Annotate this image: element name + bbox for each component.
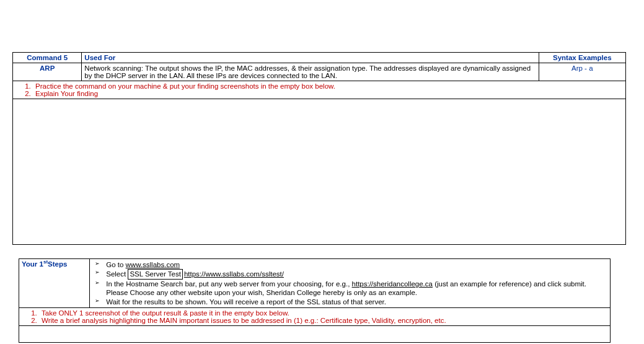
table-row-empty bbox=[19, 325, 611, 342]
link-ssltest[interactable]: https://www.ssllabs.com/ssltest/ bbox=[184, 270, 284, 278]
cell-command-name: ARP bbox=[13, 63, 82, 81]
table-header-row: Command 5 Used For Syntax Examples bbox=[13, 53, 626, 63]
step-item: Go to www.ssllabs.com bbox=[92, 260, 607, 269]
step-item: Wait for the results to be shown. You wi… bbox=[92, 298, 607, 306]
link-sheridan[interactable]: https://sheridancollege.ca bbox=[352, 280, 433, 288]
table-row: Your 1stSteps Go to www.ssllabs.com Sele… bbox=[19, 259, 611, 308]
empty-answer-box[interactable] bbox=[13, 99, 626, 245]
header-command: Command 5 bbox=[13, 53, 82, 63]
empty-answer-box[interactable] bbox=[19, 325, 611, 342]
table-row-instructions: Take ONLY 1 screenshot of the output res… bbox=[19, 307, 611, 325]
instruction-item: Explain Your finding bbox=[33, 90, 623, 97]
step-item: Select SSL Server Testhttps://www.ssllab… bbox=[92, 269, 607, 279]
instruction-list: Take ONLY 1 screenshot of the output res… bbox=[22, 309, 607, 324]
step-item: In the Hostname Search bar, put any web … bbox=[92, 280, 607, 298]
boxed-ssl-server-test: SSL Server Test bbox=[128, 269, 182, 279]
cell-syntax: Arp - a bbox=[539, 63, 625, 81]
header-used-for: Used For bbox=[82, 53, 539, 63]
cell-used-for: Network scanning: The output shows the I… bbox=[82, 63, 539, 81]
table-row: ARP Network scanning: The output shows t… bbox=[13, 63, 626, 81]
instruction-list: Practice the command on your machine & p… bbox=[15, 82, 623, 97]
table-row-empty bbox=[13, 99, 626, 245]
cell-steps-label: Your 1stSteps bbox=[19, 259, 90, 308]
cell-instructions: Practice the command on your machine & p… bbox=[13, 81, 626, 99]
instruction-item: Practice the command on your machine & p… bbox=[33, 82, 623, 90]
instruction-item: Write a brief analysis highlighting the … bbox=[39, 317, 607, 324]
steps-table: Your 1stSteps Go to www.ssllabs.com Sele… bbox=[19, 258, 611, 343]
command-table: Command 5 Used For Syntax Examples ARP N… bbox=[12, 52, 626, 245]
cell-instructions: Take ONLY 1 screenshot of the output res… bbox=[19, 307, 611, 325]
header-syntax: Syntax Examples bbox=[539, 53, 625, 63]
cell-steps-body: Go to www.ssllabs.com Select SSL Server … bbox=[90, 259, 611, 308]
table-row-instructions: Practice the command on your machine & p… bbox=[13, 81, 626, 99]
link-ssllabs[interactable]: www.ssllabs.com bbox=[126, 261, 180, 268]
instruction-item: Take ONLY 1 screenshot of the output res… bbox=[39, 309, 607, 317]
steps-list: Go to www.ssllabs.com Select SSL Server … bbox=[92, 260, 607, 306]
